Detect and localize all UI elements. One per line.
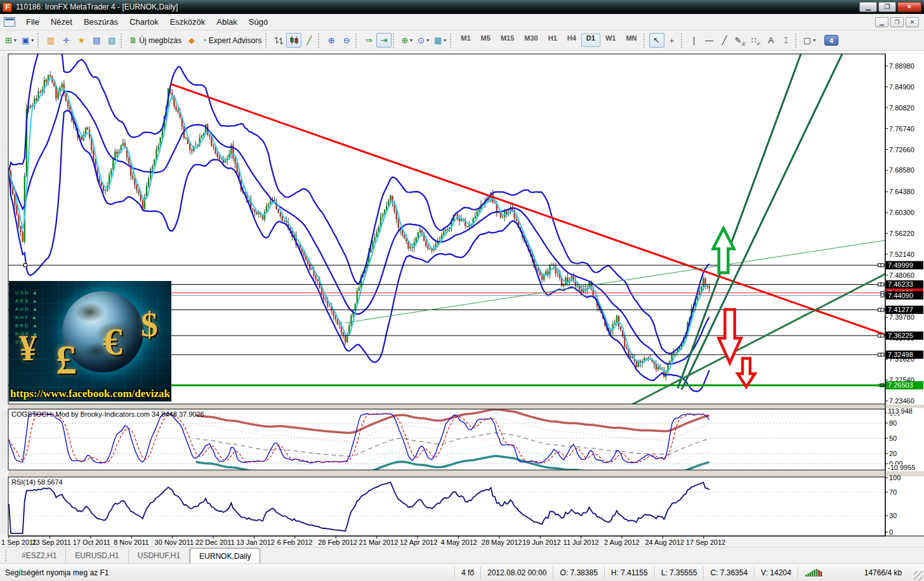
new-order-button[interactable]: 🗎Új megbízás (126, 33, 184, 48)
date-label: 4 May 2012 (440, 539, 477, 546)
profiles-dropdown-icon[interactable]: ▾ (31, 37, 34, 43)
toolbar-grip[interactable] (450, 34, 453, 48)
menu-item-sg[interactable]: Súgó (243, 15, 274, 29)
metaeditor-button[interactable]: ◆ (184, 33, 199, 48)
auto-scroll-icon: ⇒ (366, 36, 373, 45)
line-chart-button[interactable]: ╱ (301, 33, 317, 48)
strategy-tester-button[interactable]: ▧ (104, 33, 119, 48)
arrows-list-button[interactable]: ▢▾ (801, 33, 818, 48)
timeframe-m15-button[interactable]: M15 (496, 34, 519, 47)
svg-text:20: 20 (889, 450, 897, 457)
indicators-button[interactable]: ⊕▾ (399, 33, 415, 48)
crosshair-button[interactable]: ＋ (664, 33, 680, 48)
toolbar-grip[interactable] (318, 34, 321, 48)
tabs-grip[interactable] (5, 550, 9, 561)
svg-text:7.60300: 7.60300 (889, 209, 914, 216)
maximize-button[interactable]: ❐ (878, 2, 896, 12)
status-datetime: 2012.08.02 00:00 (480, 566, 553, 579)
terminal-button[interactable]: ▤ (89, 33, 104, 48)
resize-grip[interactable] (914, 571, 923, 580)
chart-window-icon[interactable] (4, 17, 15, 27)
candlestick-chart-button[interactable] (286, 33, 301, 48)
chart-tab-eurusd-h1[interactable]: EURUSD,H1 (66, 549, 128, 563)
toolbar-grip[interactable] (121, 34, 124, 48)
svg-text:7.68580: 7.68580 (889, 166, 914, 174)
zoom-out-button[interactable]: ⊖ (339, 33, 354, 48)
candlestick-icon (289, 36, 299, 45)
new-chart-button[interactable]: ⊞▾ (3, 33, 19, 48)
arrows-list-dropdown-icon[interactable]: ▾ (813, 37, 815, 43)
chart-tab--esz2-h1[interactable]: #ESZ2,H1 (13, 549, 66, 563)
chart-shift-button[interactable]: ⇥ (376, 33, 392, 48)
text-label-icon: ⌶ (784, 36, 789, 46)
toolbar-grip[interactable] (681, 34, 684, 48)
svg-text:80: 80 (889, 419, 897, 427)
mdi-minimize-button[interactable]: ▁ (875, 17, 888, 27)
title-bar[interactable]: F 110186: IronFX MetaTrader 4 - [EURNOK,… (0, 0, 924, 14)
date-label: 6 Feb 2012 (277, 539, 313, 546)
timeframe-m5-button[interactable]: M5 (476, 34, 496, 47)
menu-item-chartok[interactable]: Chartok (124, 15, 164, 29)
status-network: 14766/4 kb (798, 566, 924, 579)
chart-tab-eurnok-daily[interactable]: EURNOK,Daily (190, 548, 260, 564)
menu-item-ablak[interactable]: Ablak (211, 15, 243, 29)
text-label-button[interactable]: ⌶ (779, 33, 794, 48)
menu-item-beszrs[interactable]: Beszúrás (78, 15, 124, 29)
toolbar-grip[interactable] (355, 34, 359, 48)
text-button[interactable]: A (763, 33, 779, 48)
timeframe-mn-button[interactable]: MN (621, 34, 642, 47)
terminal-icon: ▤ (93, 36, 100, 45)
navigator-button[interactable]: ★ (74, 33, 89, 48)
menu-item-eszkzk[interactable]: Eszközök (164, 15, 211, 29)
equidistant-channel-subletter: E (742, 41, 745, 47)
chat-notifications-button[interactable]: 4 (824, 35, 838, 46)
minimize-button[interactable]: ▁ (859, 2, 877, 12)
date-label: 23 Sep 2011 (32, 539, 71, 546)
vertical-line-button[interactable]: ❘ (687, 33, 702, 48)
zoom-in-button[interactable]: ⊕ (324, 33, 339, 48)
close-button[interactable]: ✕ (897, 2, 921, 12)
toolbar-grip[interactable] (644, 34, 647, 48)
menu-item-nzet[interactable]: Nézet (45, 15, 78, 29)
svg-text:7.76740: 7.76740 (889, 125, 914, 133)
timeframe-d1-button[interactable]: D1 (581, 34, 600, 47)
templates-button[interactable]: ▦▾ (432, 33, 449, 48)
periods-dropdown-icon[interactable]: ▾ (426, 37, 429, 43)
market-watch-button[interactable]: ▥ (43, 33, 58, 48)
toolbar-grip[interactable] (265, 34, 268, 48)
toolbar-grip[interactable] (795, 34, 798, 48)
toolbar-grip[interactable] (37, 34, 41, 48)
timeframe-m30-button[interactable]: M30 (519, 34, 543, 47)
strategy-tester-icon: ▧ (108, 36, 116, 45)
date-label: 11 Jul 2012 (564, 539, 599, 546)
trendline-button[interactable]: ╱ (717, 33, 732, 48)
menu-item-file[interactable]: File (20, 15, 45, 29)
fibonacci-button[interactable]: ∷F (748, 33, 763, 48)
mdi-restore-button[interactable]: ❐ (890, 17, 904, 27)
data-window-button[interactable]: ✛ (58, 33, 74, 48)
timeframe-m1-button[interactable]: M1 (456, 34, 475, 47)
auto-scroll-button[interactable]: ⇒ (361, 33, 376, 48)
templates-dropdown-icon[interactable]: ▾ (444, 37, 446, 43)
timeframe-h1-button[interactable]: H1 (543, 34, 562, 47)
periods-button[interactable]: ⊙▾ (415, 33, 432, 48)
cursor-button[interactable]: ↖ (649, 33, 664, 48)
timeframe-h4-button[interactable]: H4 (562, 34, 581, 47)
svg-text:7.88980: 7.88980 (889, 62, 914, 70)
indicators-dropdown-icon[interactable]: ▾ (410, 37, 412, 43)
fibonacci-subletter: F (757, 41, 760, 47)
periods-icon: ⊙ (418, 36, 425, 45)
equidistant-channel-button[interactable]: ✎E (732, 33, 748, 48)
profiles-button[interactable]: ▣▾ (19, 33, 36, 48)
svg-text:30: 30 (889, 512, 897, 519)
chart-area[interactable]: 7.889807.849007.808207.767407.726607.685… (0, 51, 924, 547)
date-label: 30 Nov 2011 (155, 539, 194, 546)
new-chart-dropdown-icon[interactable]: ▾ (14, 37, 16, 43)
chart-tab-usdhuf-h1[interactable]: USDHUF,H1 (129, 549, 190, 563)
expert-advisors-button[interactable]: ◔Expert Advisors (199, 33, 264, 48)
timeframe-w1-button[interactable]: W1 (600, 34, 621, 47)
mdi-close-button[interactable]: ✕ (906, 17, 919, 27)
bar-chart-button[interactable] (271, 33, 286, 48)
toolbar-grip[interactable] (393, 34, 396, 48)
horizontal-line-button[interactable]: ― (702, 33, 717, 48)
